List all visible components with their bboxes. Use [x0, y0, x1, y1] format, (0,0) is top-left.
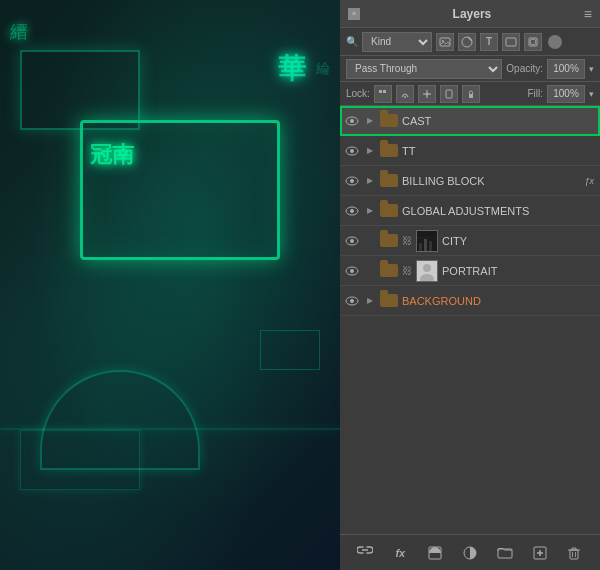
- lock-all-button[interactable]: [462, 85, 480, 103]
- panel-title: Layers: [453, 7, 492, 21]
- filter-pixel-icon[interactable]: [548, 35, 562, 49]
- layer-name: BACKGROUND: [402, 295, 596, 307]
- layer-expand-arrow[interactable]: ▶: [364, 295, 376, 307]
- folder-icon: [380, 174, 398, 188]
- layer-expand-arrow[interactable]: ▶: [364, 265, 376, 277]
- layer-expand-arrow[interactable]: ▶: [364, 175, 376, 187]
- filter-image-icon[interactable]: [436, 33, 454, 51]
- svg-rect-30: [417, 237, 437, 239]
- lock-label: Lock:: [346, 88, 370, 99]
- layer-expand-arrow[interactable]: ▶: [364, 235, 376, 247]
- link-layers-button[interactable]: [354, 542, 376, 564]
- layer-item[interactable]: ▶ CAST: [340, 106, 600, 136]
- chain-icon: ⛓: [402, 235, 412, 246]
- layer-name: GLOBAL ADJUSTMENTS: [402, 205, 596, 217]
- layer-item[interactable]: ▶ GLOBAL ADJUSTMENTS: [340, 196, 600, 226]
- filter-row: 🔍 Kind T: [340, 28, 600, 56]
- opacity-input[interactable]: 100%: [547, 59, 585, 79]
- svg-point-10: [404, 96, 406, 98]
- layer-visibility-toggle[interactable]: [344, 293, 360, 309]
- fill-label: Fill:: [527, 88, 543, 99]
- layer-thumbnail: [416, 260, 438, 282]
- panel-titlebar: × Layers ≡: [340, 0, 600, 28]
- folder-icon: [380, 144, 398, 158]
- svg-point-32: [350, 269, 354, 273]
- layer-item[interactable]: ▶ ⛓ PORTRAIT: [340, 256, 600, 286]
- svg-rect-9: [383, 94, 386, 97]
- lock-row: Lock: Fill: 100% ▾: [340, 82, 600, 106]
- lock-image-button[interactable]: [396, 85, 414, 103]
- svg-rect-0: [440, 38, 450, 46]
- layer-name: TT: [402, 145, 596, 157]
- svg-rect-7: [383, 90, 386, 93]
- blend-mode-select[interactable]: Pass Through Normal Multiply Screen Over…: [346, 59, 502, 79]
- search-icon: 🔍: [346, 36, 358, 47]
- create-group-button[interactable]: [494, 542, 516, 564]
- layer-visibility-toggle[interactable]: [344, 263, 360, 279]
- svg-point-17: [350, 119, 354, 123]
- layer-name: BILLING BLOCK: [402, 175, 580, 187]
- svg-rect-3: [506, 38, 516, 46]
- layer-thumbnail: [416, 230, 438, 252]
- layer-expand-arrow[interactable]: ▶: [364, 205, 376, 217]
- create-adjustment-button[interactable]: [459, 542, 481, 564]
- layer-visibility-toggle[interactable]: [344, 233, 360, 249]
- svg-rect-45: [570, 550, 578, 559]
- folder-icon: [380, 264, 398, 278]
- layers-list: ▶ CAST ▶ TT ▶ BILLING B: [340, 106, 600, 534]
- add-mask-button[interactable]: [424, 542, 446, 564]
- svg-point-19: [350, 149, 354, 153]
- lock-artboard-button[interactable]: [440, 85, 458, 103]
- chain-icon: ⛓: [402, 265, 412, 276]
- svg-rect-15: [469, 94, 473, 98]
- filter-type-icon[interactable]: T: [480, 33, 498, 51]
- lock-transparency-button[interactable]: [374, 85, 392, 103]
- layer-item[interactable]: ▶ BILLING BLOCK ƒx: [340, 166, 600, 196]
- opacity-dropdown-arrow[interactable]: ▾: [589, 64, 594, 74]
- layer-visibility-toggle[interactable]: [344, 203, 360, 219]
- lock-position-button[interactable]: [418, 85, 436, 103]
- folder-icon: [380, 234, 398, 248]
- layer-name: CITY: [442, 235, 596, 247]
- layer-item[interactable]: ▶ ⛓ CITY: [340, 226, 600, 256]
- opacity-label: Opacity:: [506, 63, 543, 74]
- kind-filter-select[interactable]: Kind: [362, 32, 432, 52]
- delete-layer-button[interactable]: [563, 542, 585, 564]
- panel-close-button[interactable]: ×: [348, 8, 360, 20]
- layer-item[interactable]: ▶ BACKGROUND: [340, 286, 600, 316]
- svg-point-34: [423, 264, 431, 272]
- fill-dropdown-arrow[interactable]: ▾: [589, 89, 594, 99]
- layer-visibility-toggle[interactable]: [344, 143, 360, 159]
- folder-icon: [380, 294, 398, 308]
- fill-input[interactable]: 100%: [547, 85, 585, 103]
- filter-smart-icon[interactable]: [524, 33, 542, 51]
- svg-rect-29: [429, 241, 432, 251]
- svg-rect-28: [424, 239, 427, 251]
- filter-adjustment-icon[interactable]: [458, 33, 476, 51]
- filter-shape-icon[interactable]: [502, 33, 520, 51]
- panel-menu-button[interactable]: ≡: [584, 6, 592, 22]
- layer-visibility-toggle[interactable]: [344, 173, 360, 189]
- layer-name: CAST: [402, 115, 596, 127]
- add-layer-style-button[interactable]: fx: [389, 542, 411, 564]
- svg-rect-27: [419, 243, 422, 251]
- background-image: 華 冠南 縉 綸: [0, 0, 340, 570]
- add-layer-button[interactable]: [529, 542, 551, 564]
- layer-name: PORTRAIT: [442, 265, 596, 277]
- layer-expand-arrow[interactable]: ▶: [364, 145, 376, 157]
- svg-rect-5: [531, 39, 536, 44]
- svg-rect-6: [379, 90, 382, 93]
- blend-mode-row: Pass Through Normal Multiply Screen Over…: [340, 56, 600, 82]
- folder-icon: [380, 114, 398, 128]
- svg-point-21: [350, 179, 354, 183]
- fx-badge: ƒx: [584, 176, 594, 186]
- panel-footer: fx: [340, 534, 600, 570]
- layers-panel: × Layers ≡ 🔍 Kind T Pass Through Normal: [340, 0, 600, 570]
- layer-visibility-toggle[interactable]: [344, 113, 360, 129]
- svg-point-23: [350, 209, 354, 213]
- svg-rect-14: [446, 90, 452, 98]
- layer-item[interactable]: ▶ TT: [340, 136, 600, 166]
- layer-expand-arrow[interactable]: ▶: [364, 115, 376, 127]
- svg-point-37: [350, 299, 354, 303]
- folder-icon: [380, 204, 398, 218]
